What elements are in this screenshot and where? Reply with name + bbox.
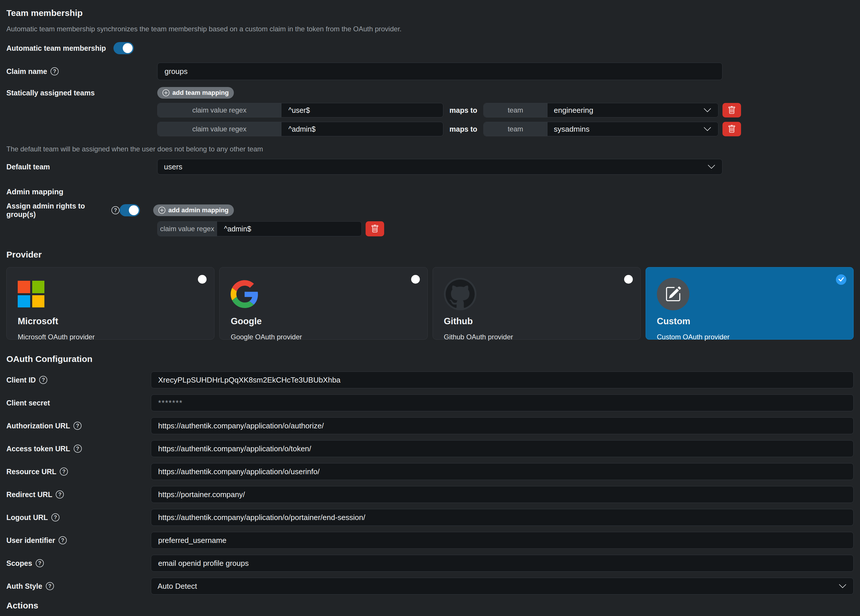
access-token-url-row: Access token URL ? (6, 440, 854, 457)
client-id-label: Client ID (6, 376, 36, 384)
team-select-group: team engineering (483, 103, 719, 118)
team-select-value: engineering (554, 106, 593, 115)
team-mapping-row: claim value regex maps to team engineeri… (157, 103, 741, 118)
user-identifier-input[interactable] (151, 532, 854, 549)
team-select[interactable]: engineering (548, 103, 718, 117)
team-addon: team (484, 103, 548, 117)
provider-card-description: Github OAuth provider (444, 333, 629, 341)
delete-admin-mapping-button[interactable] (366, 221, 384, 237)
add-team-mapping-label: add team mapping (173, 89, 229, 97)
provider-card-google[interactable]: Google Google OAuth provider (219, 267, 427, 340)
help-icon[interactable]: ? (74, 422, 82, 430)
client-secret-input[interactable] (151, 394, 854, 411)
claim-name-input[interactable] (157, 63, 722, 80)
authorization-url-row: Authorization URL ? (6, 417, 854, 434)
authorization-url-input[interactable] (151, 417, 854, 434)
oauth-fields: Client ID ? Client secret Authorization … (6, 371, 854, 594)
admin-rights-toggle[interactable] (119, 204, 140, 216)
microsoft-logo-icon (18, 278, 203, 310)
trash-icon (371, 225, 379, 233)
admin-mapping-title: Admin mapping (6, 187, 854, 196)
user-identifier-label: User identifier (6, 536, 55, 545)
redirect-url-row: Redirect URL ? (6, 486, 854, 503)
auth-style-select[interactable]: Auto Detect (151, 578, 854, 594)
help-icon[interactable]: ? (60, 467, 68, 476)
chevron-down-icon (838, 582, 847, 591)
provider-card-name: Google (231, 316, 416, 326)
help-icon[interactable]: ? (59, 536, 67, 544)
add-admin-mapping-label: add admin mapping (168, 207, 229, 214)
logout-url-label: Logout URL (6, 513, 48, 522)
toggle-knob (123, 43, 133, 53)
help-icon[interactable]: ? (46, 582, 54, 590)
claim-regex-addon: claim value regex (157, 222, 217, 236)
delete-mapping-button[interactable] (722, 103, 741, 118)
scopes-row: Scopes ? (6, 555, 854, 572)
claim-regex-addon: claim value regex (157, 122, 281, 136)
provider-card-custom[interactable]: Custom Custom OAuth provider (646, 267, 854, 340)
team-membership-title: Team membership (6, 8, 854, 18)
static-teams-label-col: Statically assigned teams (6, 87, 157, 99)
claim-name-row: Claim name ? (6, 63, 854, 80)
default-team-select[interactable]: users (157, 159, 722, 175)
admin-rights-label: Assign admin rights to group(s) (6, 202, 108, 219)
radio-unselected-icon (411, 275, 420, 284)
default-team-value: users (164, 162, 182, 171)
claim-regex-addon: claim value regex (157, 103, 281, 117)
maps-to-label: maps to (449, 125, 477, 133)
automatic-team-membership-label: Automatic team membership (6, 44, 106, 52)
plus-circle-icon (159, 207, 165, 214)
help-icon[interactable]: ? (36, 559, 44, 567)
team-select[interactable]: sysadmins (548, 122, 718, 136)
resource-url-input[interactable] (151, 463, 854, 480)
provider-card-github[interactable]: Github Github OAuth provider (433, 267, 641, 340)
authorization-url-label: Authorization URL (6, 422, 70, 430)
resource-url-label: Resource URL (6, 467, 56, 476)
google-logo-icon (231, 278, 416, 310)
toggle-knob (129, 205, 139, 215)
admin-rights-row: Assign admin rights to group(s) ? add ad… (6, 204, 854, 217)
claim-regex-input[interactable] (281, 103, 443, 117)
logout-url-row: Logout URL ? (6, 509, 854, 526)
claim-regex-group: claim value regex (157, 221, 362, 237)
client-id-input[interactable] (151, 371, 854, 388)
scopes-input[interactable] (151, 555, 854, 572)
automatic-team-membership-toggle[interactable] (113, 42, 134, 54)
help-icon[interactable]: ? (50, 67, 59, 75)
help-icon[interactable]: ? (74, 445, 82, 453)
client-id-row: Client ID ? (6, 371, 854, 388)
claim-regex-group: claim value regex (157, 122, 443, 136)
redirect-url-input[interactable] (151, 486, 854, 503)
help-icon[interactable]: ? (51, 513, 60, 522)
static-teams-label: Statically assigned teams (6, 89, 94, 97)
help-icon[interactable]: ? (111, 206, 119, 214)
radio-unselected-icon (624, 275, 633, 284)
scopes-label: Scopes (6, 559, 32, 567)
add-team-mapping-button[interactable]: add team mapping (157, 87, 234, 99)
provider-card-microsoft[interactable]: Microsoft Microsoft OAuth provider (6, 267, 214, 340)
radio-unselected-icon (198, 275, 207, 284)
help-icon[interactable]: ? (56, 491, 64, 498)
help-icon[interactable]: ? (39, 376, 47, 384)
claim-regex-input[interactable] (281, 122, 443, 136)
provider-card-description: Microsoft OAuth provider (18, 333, 203, 341)
add-admin-mapping-button[interactable]: add admin mapping (153, 204, 234, 216)
admin-claim-regex-input[interactable] (217, 222, 361, 236)
admin-mapping-row: claim value regex (157, 221, 854, 237)
provider-title: Provider (6, 250, 854, 260)
maps-to-label: maps to (449, 106, 477, 114)
static-teams-controls: add team mapping claim value regex maps … (157, 87, 741, 136)
logout-url-input[interactable] (151, 509, 854, 526)
provider-card-name: Github (444, 316, 629, 326)
custom-edit-icon (657, 278, 689, 310)
delete-mapping-button[interactable] (722, 122, 741, 136)
redirect-url-label: Redirect URL (6, 491, 52, 499)
auth-style-label: Auth Style (6, 582, 42, 591)
claim-name-label-col: Claim name ? (6, 67, 157, 76)
client-secret-label: Client secret (6, 399, 50, 407)
access-token-url-input[interactable] (151, 440, 854, 457)
team-select-group: team sysadmins (483, 122, 719, 136)
provider-card-name: Microsoft (18, 316, 203, 326)
team-membership-description: Automatic team membership synchronizes t… (6, 25, 854, 33)
user-identifier-row: User identifier ? (6, 532, 854, 549)
